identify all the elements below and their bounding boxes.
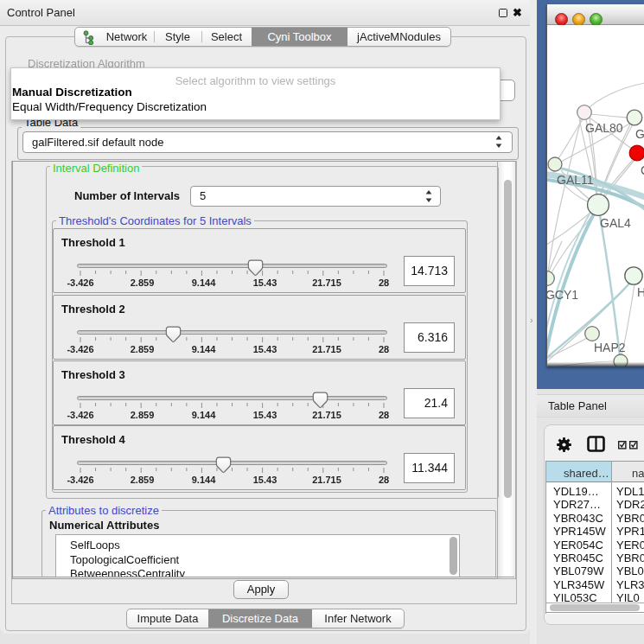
svg-text:GAL4: GAL4: [600, 216, 631, 230]
svg-text:GAL11: GAL11: [557, 173, 594, 187]
svg-text:GAL80: GAL80: [585, 121, 623, 135]
svg-text:H: H: [637, 285, 644, 299]
svg-text:C: C: [641, 163, 644, 177]
svg-text:GCY1: GCY1: [547, 288, 578, 302]
svg-text:G: G: [635, 127, 644, 141]
svg-text:HAP2: HAP2: [594, 341, 626, 354]
